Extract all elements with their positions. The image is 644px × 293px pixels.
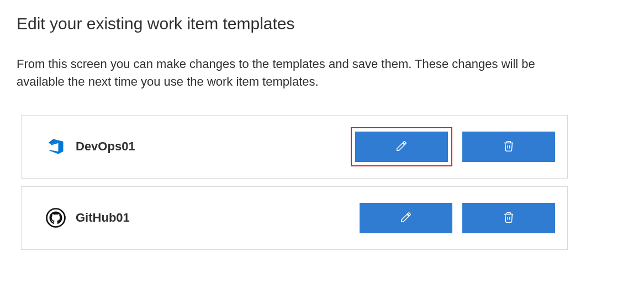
template-name-label: GitHub01 [76,211,360,225]
template-row: DevOps01 [21,115,568,179]
azure-devops-icon [46,137,66,156]
edit-icon [400,211,412,225]
action-group [351,127,555,166]
edit-highlight-frame [351,127,452,166]
edit-button[interactable] [360,203,452,233]
action-group [360,203,555,233]
page-title: Edit your existing work item templates [17,14,627,33]
delete-button[interactable] [462,132,555,162]
trash-icon [503,140,515,154]
trash-icon [503,211,515,225]
template-name-label: DevOps01 [76,139,351,154]
github-icon [46,208,66,228]
template-row: GitHub01 [21,186,568,250]
edit-icon [395,140,408,154]
delete-button[interactable] [462,203,555,233]
template-list: DevOps01 [17,115,627,250]
page-description: From this screen you can make changes to… [17,55,569,91]
edit-button[interactable] [355,132,448,162]
